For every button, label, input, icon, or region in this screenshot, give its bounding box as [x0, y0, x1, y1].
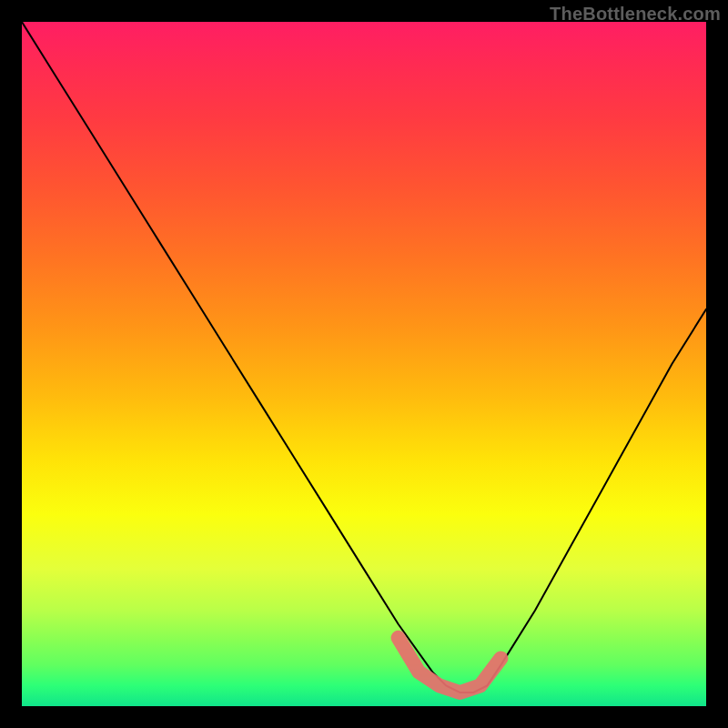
- chart-stage: TheBottleneck.com: [0, 0, 728, 728]
- curve-layer: [22, 22, 706, 706]
- plot-area: [22, 22, 706, 706]
- bottleneck-curve-line: [22, 22, 706, 693]
